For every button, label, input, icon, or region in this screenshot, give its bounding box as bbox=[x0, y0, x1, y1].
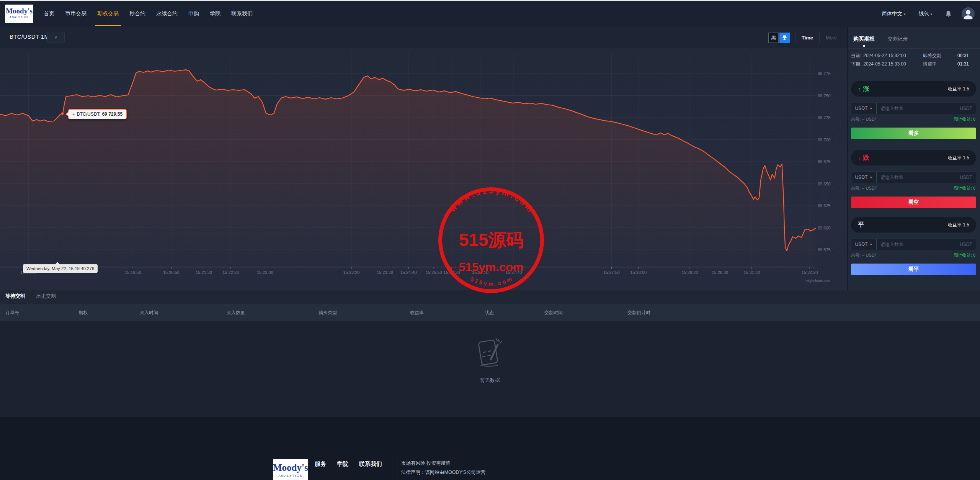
footer-brand-title: Moody's bbox=[273, 463, 308, 472]
y-axis-label: 69 750 bbox=[818, 93, 831, 98]
user-avatar[interactable] bbox=[962, 7, 975, 20]
chevron-down-icon: ▼ bbox=[869, 176, 872, 179]
amount-unit: USDT bbox=[956, 172, 976, 183]
x-axis-label: 15:19:50 bbox=[125, 270, 141, 275]
x-axis-label: 15:27:10 bbox=[472, 270, 488, 275]
nav-item[interactable]: 秒合约 bbox=[124, 1, 151, 27]
more-range-button[interactable]: More bbox=[819, 32, 843, 43]
table-column-header: 收益率 bbox=[410, 310, 424, 316]
x-axis-label: 15:27:50 bbox=[603, 270, 620, 275]
amount-input[interactable] bbox=[877, 103, 956, 114]
panel-tab[interactable]: 交割记录 bbox=[888, 33, 908, 43]
footer-brand-subtitle: ANALYTICS bbox=[273, 474, 308, 478]
y-axis-label: 69 775 bbox=[818, 71, 831, 76]
orders-tab[interactable]: 历史交割 bbox=[36, 292, 56, 304]
footer-link[interactable]: 服务 bbox=[315, 460, 326, 468]
estimated-profit-text: 预计收益: 0 bbox=[954, 252, 975, 258]
brand-logo[interactable]: Moody's ANALYTICS bbox=[5, 5, 33, 23]
direction-label: 涨 bbox=[863, 85, 869, 93]
footer-link[interactable]: 学院 bbox=[337, 460, 348, 468]
orders-tab[interactable]: 等待交割 bbox=[5, 292, 25, 304]
light-theme-button[interactable] bbox=[779, 33, 790, 43]
toolbar-divider bbox=[78, 32, 78, 42]
x-axis-label: 15:27:40 bbox=[505, 270, 522, 275]
arrow-up-icon: ↑ bbox=[858, 86, 861, 92]
lamp-icon bbox=[782, 35, 787, 41]
currency-select[interactable]: USDT▼ bbox=[851, 239, 877, 250]
estimated-profit-text: 预计收益: 0 bbox=[954, 116, 975, 122]
dark-theme-button[interactable]: 黑 bbox=[768, 33, 779, 43]
table-column-header: 订单号 bbox=[5, 310, 19, 316]
balance-text: 余额: -- USDT bbox=[851, 185, 877, 191]
nav-item[interactable]: 首页 bbox=[38, 1, 60, 27]
y-axis-label: 69 600 bbox=[818, 226, 831, 230]
direction-label: 跌 bbox=[863, 154, 869, 162]
x-axis-label: 15:28:20 bbox=[682, 270, 698, 275]
footer-link[interactable]: 联系我们 bbox=[359, 460, 382, 468]
language-select[interactable]: 简体中文▾ bbox=[882, 10, 906, 17]
amount-input[interactable] bbox=[877, 172, 956, 183]
nav-item[interactable]: 期权交易 bbox=[92, 1, 124, 27]
symbol-label: BTC/USDT-1M bbox=[10, 33, 49, 40]
x-axis-label: 15:23:00 bbox=[257, 270, 273, 275]
yield-rate-label: 收益率 1.5 bbox=[948, 155, 969, 161]
table-column-header: 买入数量 bbox=[227, 310, 245, 316]
amount-input-row: USDT▼USDT bbox=[851, 239, 976, 250]
currency-select[interactable]: USDT▼ bbox=[851, 103, 877, 114]
panel-tab[interactable]: 购买期权 bbox=[853, 33, 875, 43]
x-axis-label: 15:25:50 bbox=[426, 270, 442, 275]
footer-divider bbox=[397, 457, 397, 480]
current-period-row: 当前:2024-05-22 15:32:00 即将交割 00:31 bbox=[851, 51, 975, 60]
x-axis-tooltip: Wednesday, May 22, 15:19:40.278 bbox=[23, 264, 98, 273]
next-period-row: 下期:2024-05-22 15:33:00 購買中 01:31 bbox=[851, 60, 975, 68]
x-axis-label: 15:28:30 bbox=[712, 270, 728, 275]
nav-item[interactable]: 学院 bbox=[204, 1, 226, 27]
brand-title: Moody's bbox=[5, 7, 33, 15]
hover-point-marker bbox=[61, 112, 64, 115]
orders-section: 等待交割历史交割 订单号期权买入时间买入数量购买类型收益率状态交割时间交割倒计时… bbox=[0, 290, 980, 417]
page-footer: Moody's ANALYTICS 服务学院联系我们 市场有风险 投资需谨慎 法… bbox=[0, 417, 980, 480]
buy-up-button[interactable]: 看多 bbox=[851, 128, 976, 139]
nav-item[interactable]: 申购 bbox=[183, 1, 204, 27]
x-axis-label: 15:20:50 bbox=[163, 270, 180, 275]
highcharts-credit[interactable]: Highcharts.com bbox=[806, 279, 830, 283]
buy-flat-button[interactable]: 看平 bbox=[851, 264, 976, 275]
nav-item[interactable]: 永续合约 bbox=[151, 1, 183, 27]
risk-warning-text: 市场有风险 投资需谨慎 bbox=[401, 460, 450, 467]
nav-item[interactable]: 联系我们 bbox=[226, 1, 258, 27]
option-section-up: ↑涨收益率 1.5USDT▼USDT余额: -- USDT预计收益: 0看多 bbox=[851, 81, 976, 139]
balance-text: 余额: -- USDT bbox=[851, 252, 877, 258]
x-axis-label: 15:28:00 bbox=[630, 270, 647, 275]
area-fill bbox=[0, 70, 815, 267]
footer-brand-logo[interactable]: Moody's ANALYTICS bbox=[273, 459, 308, 480]
orders-table-body: 暂无数据 ‹ 1 › bbox=[0, 321, 980, 417]
x-axis-label: 15:32:20 bbox=[802, 270, 818, 275]
y-axis-label: 69 700 bbox=[818, 138, 831, 142]
y-axis-label: 69 575 bbox=[818, 247, 831, 252]
table-column-header: 状态 bbox=[485, 310, 494, 316]
orders-tabs: 等待交割历史交割 bbox=[0, 290, 980, 304]
buy-down-button[interactable]: 看空 bbox=[851, 197, 976, 208]
nav-item[interactable]: 币币交易 bbox=[60, 1, 92, 27]
current-countdown: 00:31 bbox=[957, 53, 969, 58]
option-section-down: ↓跌收益率 1.5USDT▼USDT余额: -- USDT预计收益: 0看空 bbox=[851, 150, 976, 208]
footer-links: 服务学院联系我们 bbox=[315, 460, 393, 468]
direction-header: ↓跌收益率 1.5 bbox=[851, 150, 976, 165]
currency-select[interactable]: USDT▼ bbox=[851, 172, 877, 183]
x-axis-label: 15:31:30 bbox=[743, 270, 760, 275]
amount-input[interactable] bbox=[877, 239, 956, 250]
symbol-dropdown[interactable]: ∨ bbox=[47, 32, 65, 43]
orders-table-header: 订单号期权买入时间买入数量购买类型收益率状态交割时间交割倒计时 bbox=[0, 304, 980, 321]
x-axis-label: 15:23:20 bbox=[343, 270, 360, 275]
balance-text: 余额: -- USDT bbox=[851, 116, 877, 122]
time-range-button[interactable]: Time bbox=[795, 32, 819, 43]
table-column-header: 交割时间 bbox=[544, 310, 563, 316]
direction-header: 平收益率 1.5 bbox=[851, 217, 976, 233]
top-navbar: Moody's ANALYTICS 首页币币交易期权交易秒合约永续合约申购学院联… bbox=[0, 0, 980, 27]
wallet-menu[interactable]: 钱包▾ bbox=[918, 10, 932, 17]
direction-header: ↑涨收益率 1.5 bbox=[851, 81, 976, 97]
series-tooltip: ● BTC/USDT:69 729.55 bbox=[68, 109, 127, 119]
chevron-down-icon: ▾ bbox=[904, 12, 906, 16]
notification-bell-icon[interactable] bbox=[945, 10, 952, 18]
chart-toolbar: BTC/USDT-1M ∨ 黑 Time More bbox=[0, 27, 847, 48]
